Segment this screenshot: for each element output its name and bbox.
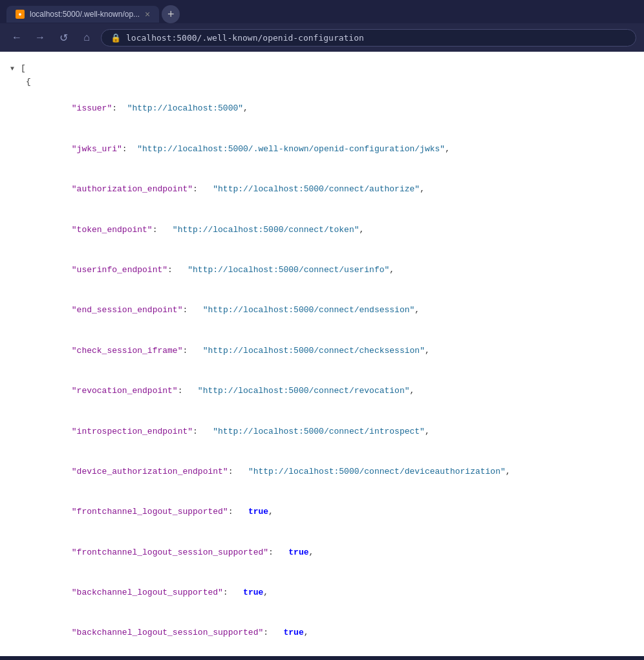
userinfo-endpoint-value[interactable]: "http://localhost:5000/connect/userinfo" (188, 265, 389, 275)
root-open: ▼[ (10, 62, 644, 76)
back-button[interactable]: ← (8, 28, 26, 47)
frontchannel-logout-supported-value: true (248, 507, 268, 516)
lock-icon: 🔒 (111, 33, 121, 43)
address-bar[interactable]: 🔒 localhost:5000/.well-known/openid-conf… (101, 29, 636, 47)
userinfo-endpoint-line: "userinfo_endpoint": "http://localhost:5… (10, 250, 644, 290)
page-content: ▼[ { "issuer": "http://localhost:5000", … (0, 52, 644, 656)
device-authorization-endpoint-line: "device_authorization_endpoint": "http:/… (10, 452, 644, 492)
new-tab-button[interactable]: + (162, 5, 180, 23)
backchannel-logout-session-supported-value: true (283, 628, 303, 637)
backchannel-logout-session-supported-line: "backchannel_logout_session_supported": … (10, 613, 644, 654)
authorization-endpoint-value[interactable]: "http://localhost:5000/connect/authorize… (213, 184, 420, 194)
issuer-value[interactable]: "http://localhost:5000" (127, 103, 243, 113)
url-display: localhost:5000/.well-known/openid-config… (126, 33, 364, 43)
revocation-endpoint-line: "revocation_endpoint": "http://localhost… (10, 371, 644, 411)
object-open: { (10, 76, 644, 89)
collapse-root[interactable]: ▼ (10, 64, 21, 74)
end-session-endpoint-value[interactable]: "http://localhost:5000/connect/endsessio… (203, 305, 415, 315)
json-viewer: ▼[ { "issuer": "http://localhost:5000", … (10, 62, 644, 656)
tab-favicon: ● (16, 10, 25, 19)
jwks-uri-value[interactable]: "http://localhost:5000/.well-known/openi… (137, 144, 445, 154)
issuer-line: "issuer": "http://localhost:5000", (10, 89, 644, 129)
active-tab[interactable]: ● localhost:5000/.well-known/op... × (6, 6, 159, 23)
authorization-endpoint-line: "authorization_endpoint": "http://localh… (10, 169, 644, 209)
token-endpoint-value[interactable]: "http://localhost:5000/connect/token" (173, 225, 360, 235)
frontchannel-logout-supported-line: "frontchannel_logout_supported": true, (10, 493, 644, 533)
scopes-supported-line: ▼"scopes_supported": [ (10, 654, 644, 656)
revocation-endpoint-value[interactable]: "http://localhost:5000/connect/revocatio… (198, 386, 410, 396)
frontchannel-logout-session-supported-line: "frontchannel_logout_session_supported":… (10, 533, 644, 573)
backchannel-logout-supported-value: true (243, 588, 263, 597)
device-authorization-endpoint-value[interactable]: "http://localhost:5000/connect/deviceaut… (248, 467, 506, 476)
browser-chrome: ● localhost:5000/.well-known/op... × + ←… (0, 0, 644, 52)
introspection-endpoint-line: "introspection_endpoint": "http://localh… (10, 412, 644, 452)
home-button[interactable]: ⌂ (78, 28, 96, 47)
frontchannel-logout-session-supported-value: true (288, 548, 308, 557)
token-endpoint-line: "token_endpoint": "http://localhost:5000… (10, 210, 644, 250)
jwks-uri-line: "jwks_uri": "http://localhost:5000/.well… (10, 129, 644, 169)
check-session-iframe-line: "check_session_iframe": "http://localhos… (10, 331, 644, 371)
navigation-bar: ← → ↺ ⌂ 🔒 localhost:5000/.well-known/ope… (0, 23, 644, 52)
end-session-endpoint-line: "end_session_endpoint": "http://localhos… (10, 291, 644, 331)
tab-title: localhost:5000/.well-known/op... (30, 10, 140, 19)
check-session-iframe-value[interactable]: "http://localhost:5000/connect/checksess… (203, 346, 425, 356)
introspection-endpoint-value[interactable]: "http://localhost:5000/connect/introspec… (213, 427, 425, 436)
backchannel-logout-supported-line: "backchannel_logout_supported": true, (10, 573, 644, 613)
tab-bar: ● localhost:5000/.well-known/op... × + (0, 0, 644, 23)
tab-close-button[interactable]: × (145, 10, 150, 19)
reload-button[interactable]: ↺ (54, 28, 72, 47)
forward-button[interactable]: → (31, 28, 49, 47)
